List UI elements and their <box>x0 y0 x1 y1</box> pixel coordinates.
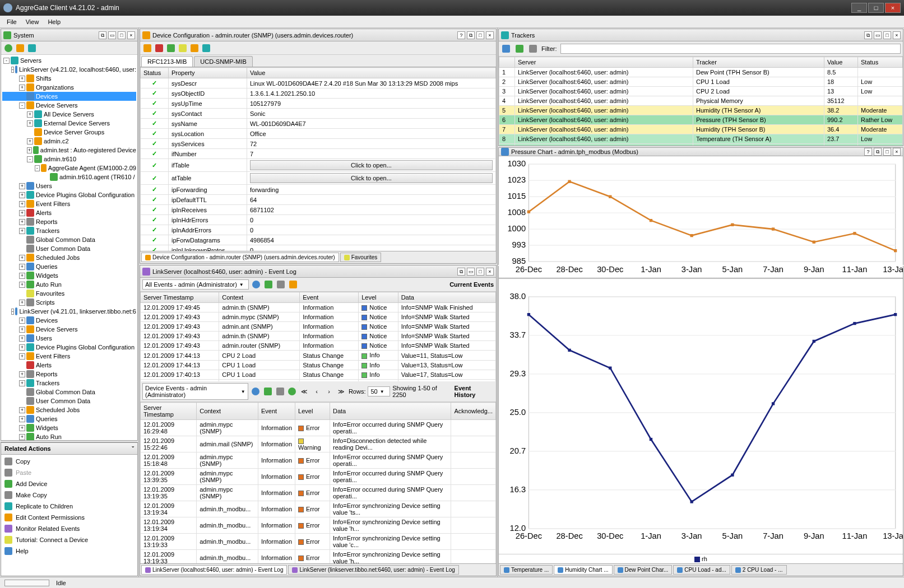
tree-node[interactable]: +Users <box>2 334 136 343</box>
col-ack[interactable]: Acknowledg... <box>451 403 496 420</box>
tree-node[interactable]: +Device Plugins Global Configuration <box>2 343 136 352</box>
filter-icon[interactable] <box>263 279 273 290</box>
tree-toggle-icon[interactable]: + <box>19 85 25 91</box>
panel-minimize-icon[interactable]: ▭ <box>108 31 116 39</box>
table-row[interactable]: 3LinkServer (localhost:6460, user: admin… <box>499 87 903 96</box>
table-row[interactable]: 8LinkServer (localhost:6460, user: admin… <box>499 134 903 144</box>
tree-node[interactable]: +Scheduled Jobs <box>2 253 136 262</box>
help-icon[interactable]: ? <box>864 148 872 156</box>
bottom-tab[interactable]: LinkServer (localhost:6460, user: admin)… <box>141 565 287 575</box>
tab[interactable]: UCD-SNMP-MIB <box>194 56 253 67</box>
table-row[interactable]: ✓atTableClick to open... <box>141 172 496 185</box>
action-item[interactable]: Help <box>1 545 137 557</box>
action-item[interactable]: Make Copy <box>1 489 137 501</box>
tree-toggle-icon[interactable]: + <box>19 416 25 422</box>
tree-node[interactable]: +External Device Servers <box>2 119 136 128</box>
table-row[interactable]: ✓sysObjectID1.3.6.1.4.1.2021.250.10 <box>141 88 496 99</box>
tree-node[interactable]: Favourites <box>2 289 136 298</box>
bottom-tab[interactable]: LinkServer (linkserver.tibbo.net:6460, u… <box>288 565 458 575</box>
col-property[interactable]: Property <box>169 68 247 78</box>
table-row[interactable]: ✓ipInAddrErrors0 <box>141 225 496 235</box>
menu-view[interactable]: View <box>21 17 44 26</box>
table-row[interactable]: 12.01.2009 17:49:43admin.mypc (SNMP)Info… <box>141 312 496 322</box>
table-row[interactable]: ✓sysDescrLinux WL-001D609DA4E7 2.4.20 #1… <box>141 78 496 88</box>
panel-minimize-icon[interactable]: ▭ <box>467 268 475 276</box>
history-filter-combo[interactable]: Device Events - admin (Administrator)▼ <box>142 383 248 400</box>
tree-node[interactable]: Global Common Data <box>2 235 136 244</box>
table-row[interactable]: 12.01.2009 13:19:33admin.th_modbu...Info… <box>141 534 496 550</box>
table-row[interactable]: 12.01.2009 13:39:35admin.mypc (SNMP)Info… <box>141 469 496 485</box>
tree-toggle-icon[interactable]: + <box>19 219 25 225</box>
col-level[interactable]: Level <box>295 403 330 420</box>
prev-page-icon[interactable]: ‹ <box>312 386 322 396</box>
tree-toggle-icon[interactable]: + <box>19 228 25 234</box>
panel-close-icon[interactable]: × <box>127 31 135 39</box>
table-row[interactable]: 5LinkServer (localhost:6460, user: admin… <box>499 106 903 115</box>
panel-close-icon[interactable]: × <box>893 148 901 156</box>
toolbar-btn-5-icon[interactable] <box>189 43 200 53</box>
bottom-tab[interactable]: 2 CPU Load - ... <box>731 565 787 575</box>
col-status[interactable]: Status <box>141 68 169 78</box>
col-data[interactable]: Data <box>398 292 495 303</box>
col-server[interactable]: Server <box>515 57 693 68</box>
panel-maximize-icon[interactable]: □ <box>476 268 484 276</box>
tree-toggle-icon[interactable]: + <box>19 282 25 288</box>
col-context[interactable]: Context <box>197 403 258 420</box>
next-page-icon[interactable]: › <box>324 386 334 396</box>
tree-node[interactable]: -Servers <box>2 56 136 65</box>
tree-toggle-icon[interactable]: - <box>3 58 10 64</box>
close-button[interactable]: × <box>885 3 901 13</box>
reload-icon[interactable] <box>287 386 297 396</box>
tree-toggle-icon[interactable]: + <box>19 380 25 386</box>
panel-restore-icon[interactable]: ⧉ <box>874 148 882 156</box>
tree-toggle-icon[interactable]: + <box>19 371 25 377</box>
panel-close-icon[interactable]: × <box>486 31 494 39</box>
humidity-chart[interactable]: 12.016.320.725.029.333.738.026-Dec28-Dec… <box>499 279 903 554</box>
tree-node[interactable]: admin.tr610.agent (TR610 / <box>2 172 136 181</box>
col-context[interactable]: Context <box>219 292 300 303</box>
panel-close-icon[interactable]: × <box>893 31 901 39</box>
action-item[interactable]: Monitor Related Events <box>1 523 137 534</box>
tree-node[interactable]: +Queries <box>2 262 136 271</box>
table-row[interactable]: ✓ipInUnknownProtos0 <box>141 245 496 251</box>
tree-node[interactable]: +Users <box>2 181 136 190</box>
tree-node[interactable]: -Device Servers <box>2 101 136 110</box>
menu-help[interactable]: Help <box>43 17 65 26</box>
panel-maximize-icon[interactable]: □ <box>118 31 126 39</box>
first-page-icon[interactable]: ≪ <box>299 386 309 396</box>
table-row[interactable]: ✓ipDefaultTTL64 <box>141 195 496 205</box>
col-value[interactable]: Value <box>824 57 858 68</box>
table-row[interactable]: 12.01.2009 17:49:43admin.ant (SNMP)Infor… <box>141 322 496 332</box>
toolbar-btn-2-icon[interactable] <box>154 43 164 53</box>
tree-toggle-icon[interactable]: + <box>19 344 25 351</box>
table-row[interactable]: ✓ipForwardingforwarding <box>141 185 496 195</box>
table-row[interactable]: 12.01.2009 13:19:33admin.th_modbu...Info… <box>141 550 496 563</box>
tree-toggle-icon[interactable]: - <box>19 102 25 109</box>
export-icon[interactable] <box>276 279 286 290</box>
tree-node[interactable]: +Device Servers <box>2 325 136 334</box>
panel-restore-icon[interactable]: ⧉ <box>467 31 475 39</box>
col-timestamp[interactable]: Server Timestamp <box>141 292 219 303</box>
tree-node[interactable]: +Widgets <box>2 423 136 432</box>
tree-toggle-icon[interactable]: + <box>19 335 25 342</box>
event-filter-combo[interactable]: All Events - admin (Administrator)▼ <box>142 279 249 290</box>
table-row[interactable]: ✓sysNameWL-001D609DA4E7 <box>141 119 496 129</box>
bottom-tab[interactable]: Device Configuration - admin.router (SNM… <box>141 253 339 262</box>
last-page-icon[interactable]: ≫ <box>336 386 346 396</box>
bottom-tab[interactable]: Dew Point Char... <box>614 565 673 575</box>
table-row[interactable]: 6LinkServer (localhost:6460, user: admin… <box>499 115 903 125</box>
table-row[interactable]: 12.01.2009 17:44:13CPU 1 LoadStatus Chan… <box>141 360 496 370</box>
table-row[interactable]: 12.01.2009 17:49:43admin.router (SNMP)In… <box>141 341 496 351</box>
trackers-tb2-icon[interactable] <box>514 44 525 54</box>
action-item[interactable]: Copy <box>1 456 137 467</box>
tree-toggle-icon[interactable]: + <box>19 201 25 207</box>
tree-node[interactable]: -LinkServer (v4.21.01, linkserver.tibbo.… <box>2 307 136 316</box>
col-data[interactable]: Data <box>330 403 451 420</box>
table-row[interactable]: 2LinkServer (localhost:6460, user: admin… <box>499 77 903 87</box>
refresh-icon[interactable] <box>3 43 13 53</box>
table-row[interactable]: ✓sysLocationOffice <box>141 129 496 139</box>
tree-node[interactable]: +admin.c2 <box>2 137 136 146</box>
tree-toggle-icon[interactable]: + <box>19 300 25 306</box>
filter-icon[interactable] <box>263 386 273 396</box>
bottom-tab[interactable]: Temperature ... <box>500 565 553 575</box>
